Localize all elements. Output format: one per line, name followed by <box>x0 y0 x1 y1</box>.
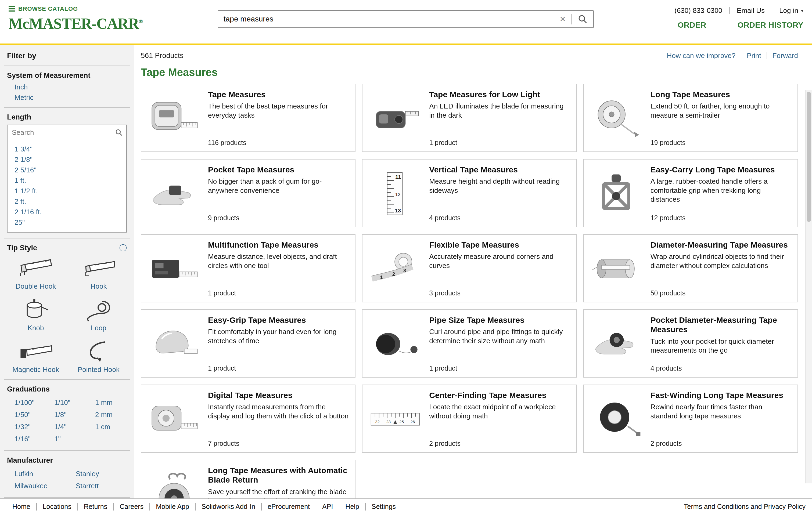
filter-option[interactable]: 2 mm <box>95 411 130 419</box>
search-icon[interactable] <box>572 11 593 27</box>
category-title[interactable]: Easy-Grip Tape Measures <box>208 315 348 325</box>
category-card[interactable]: Diameter-Measuring Tape Measures Wrap ar… <box>583 234 798 302</box>
category-title[interactable]: Pocket Diameter-Measuring Tape Measures <box>650 315 791 334</box>
footer-link[interactable]: Careers <box>113 503 149 511</box>
category-card[interactable]: Fast-Winding Long Tape Measures Rewind n… <box>583 385 798 453</box>
category-description: Save yourself the effort of cranking the… <box>208 487 348 498</box>
browse-catalog-button[interactable]: BROWSE CATALOG <box>8 5 218 12</box>
filter-option[interactable]: 1 cm <box>95 423 130 431</box>
category-title[interactable]: Flexible Tape Measures <box>429 240 570 249</box>
search-icon[interactable] <box>111 129 126 136</box>
category-card[interactable]: Long Tape Measures with Automatic Blade … <box>141 460 355 498</box>
filter-option[interactable]: 1/16" <box>14 435 54 443</box>
filter-option[interactable]: 1/50" <box>14 411 54 419</box>
search-input[interactable] <box>218 15 554 23</box>
category-title[interactable]: Vertical Tape Measures <box>429 165 570 174</box>
category-title[interactable]: Long Tape Measures with Automatic Blade … <box>208 466 348 485</box>
filter-option[interactable]: Inch <box>14 83 134 91</box>
filter-option[interactable]: Metric <box>14 93 134 102</box>
filter-option[interactable]: 2 1/8" <box>14 155 126 164</box>
filter-option[interactable]: 2 1/16 ft. <box>14 208 126 216</box>
filter-option[interactable]: 1 mm <box>95 398 130 407</box>
filter-option[interactable]: 1/4" <box>54 423 95 431</box>
filter-option[interactable]: 1" <box>54 435 95 443</box>
category-card[interactable]: Tape Measures for Low Light An LED illum… <box>362 84 577 152</box>
category-title[interactable]: Pipe Size Tape Measures <box>429 315 570 325</box>
filter-option[interactable]: 2 5/16" <box>14 166 126 174</box>
category-card[interactable]: Pipe Size Tape Measures Curl around pipe… <box>362 309 577 377</box>
footer-link[interactable]: Mobile App <box>149 503 195 511</box>
filter-option[interactable]: Starrett <box>76 482 130 490</box>
footer-link[interactable]: eProcurement <box>261 503 316 511</box>
filter-option[interactable]: 1/8" <box>54 411 95 419</box>
category-card[interactable]: Tape Measures The best of the best tape … <box>141 84 355 152</box>
filter-option[interactable]: 1/10" <box>54 398 95 407</box>
forward-link[interactable]: Forward <box>773 52 798 60</box>
category-card[interactable]: 111213 Vertical Tape Measures Measure he… <box>362 159 577 227</box>
tip-style-option[interactable]: Pointed Hook <box>67 339 130 374</box>
info-icon[interactable]: ⓘ <box>119 244 127 252</box>
footer-link[interactable]: Help <box>339 503 365 511</box>
terms-privacy-link[interactable]: Terms and Conditions and Privacy Policy <box>684 503 806 511</box>
filter-option[interactable]: 1 3/4" <box>14 145 126 153</box>
category-card[interactable]: Pocket Diameter-Measuring Tape Measures … <box>583 309 798 377</box>
tip-style-option[interactable]: Loop <box>67 297 130 332</box>
filter-option[interactable]: 2 ft. <box>14 198 126 206</box>
tip-style-label[interactable]: Knob <box>28 324 44 332</box>
footer-link[interactable]: API <box>316 503 339 511</box>
filter-option[interactable]: 1 ft. <box>14 176 126 185</box>
category-title[interactable]: Long Tape Measures <box>650 90 791 99</box>
category-title[interactable]: Tape Measures <box>208 90 348 99</box>
category-card[interactable]: Long Tape Measures Extend 50 ft. or fart… <box>583 84 798 152</box>
filter-option[interactable]: 1/100" <box>14 398 54 407</box>
tip-style-option[interactable]: Knob <box>4 297 67 332</box>
category-card[interactable]: Multifunction Tape Measures Measure dist… <box>141 234 355 302</box>
category-card[interactable]: Easy-Grip Tape Measures Fit comfortably … <box>141 309 355 377</box>
category-card[interactable]: Pocket Tape Measures No bigger than a pa… <box>141 159 355 227</box>
tip-style-label[interactable]: Pointed Hook <box>78 365 120 374</box>
category-title[interactable]: Multifunction Tape Measures <box>208 240 348 249</box>
category-title[interactable]: Digital Tape Measures <box>208 390 348 400</box>
footer-link[interactable]: Settings <box>365 503 402 511</box>
category-card[interactable]: 123 Flexible Tape Measures Accurately me… <box>362 234 577 302</box>
tip-style-label[interactable]: Magnetic Hook <box>12 365 59 374</box>
clear-search-icon[interactable]: ✕ <box>554 15 571 24</box>
filter-option[interactable]: Stanley <box>76 470 130 478</box>
category-card[interactable]: Digital Tape Measures Instantly read mea… <box>141 385 355 453</box>
tip-style-option[interactable]: Magnetic Hook <box>4 339 67 374</box>
order-link[interactable]: ORDER <box>678 21 706 30</box>
tip-style-label[interactable]: Hook <box>91 282 107 291</box>
scrollbar-thumb[interactable] <box>807 92 811 222</box>
order-history-link[interactable]: ORDER HISTORY <box>737 21 804 30</box>
category-title[interactable]: Center-Finding Tape Measures <box>429 390 570 400</box>
footer-link[interactable]: Locations <box>36 503 77 511</box>
category-title[interactable]: Tape Measures for Low Light <box>429 90 570 99</box>
filter-option[interactable]: 1/32" <box>14 423 54 431</box>
log-in-button[interactable]: Log in ▾ <box>779 6 804 15</box>
length-search-input[interactable] <box>7 128 111 137</box>
tip-style-option[interactable]: Hook <box>67 255 130 291</box>
email-us-link[interactable]: Email Us <box>737 6 765 15</box>
category-title[interactable]: Easy-Carry Long Tape Measures <box>650 165 791 174</box>
filter-option[interactable]: Lufkin <box>14 470 76 478</box>
tip-style-label[interactable]: Loop <box>91 324 107 332</box>
tip-style-option[interactable]: Double Hook <box>4 255 67 291</box>
filter-option[interactable]: 1 1/2 ft. <box>14 187 126 195</box>
print-link[interactable]: Print <box>747 52 761 60</box>
category-title[interactable]: Diameter-Measuring Tape Measures <box>650 240 791 249</box>
tip-style-label[interactable]: Double Hook <box>16 282 56 291</box>
filter-option[interactable]: 25" <box>14 218 126 226</box>
category-card[interactable]: Easy-Carry Long Tape Measures A large, r… <box>583 159 798 227</box>
logo[interactable]: McMASTER-CARR® <box>8 15 218 32</box>
category-title[interactable]: Fast-Winding Long Tape Measures <box>650 390 791 400</box>
vertical-scrollbar[interactable] <box>805 90 812 483</box>
footer-link[interactable]: Returns <box>77 503 113 511</box>
header-right: (630) 833-0300 Email Us Log in ▾ ORDER O… <box>594 0 804 43</box>
footer-link[interactable]: Home <box>6 503 36 511</box>
category-title[interactable]: Pocket Tape Measures <box>208 165 348 174</box>
improve-link[interactable]: How can we improve? <box>667 52 735 60</box>
phone-number[interactable]: (630) 833-0300 <box>674 6 722 15</box>
category-card[interactable]: 22232526 Center-Finding Tape Measures Lo… <box>362 385 577 453</box>
filter-option[interactable]: Milwaukee <box>14 482 76 490</box>
footer-link[interactable]: Solidworks Add-In <box>195 503 261 511</box>
